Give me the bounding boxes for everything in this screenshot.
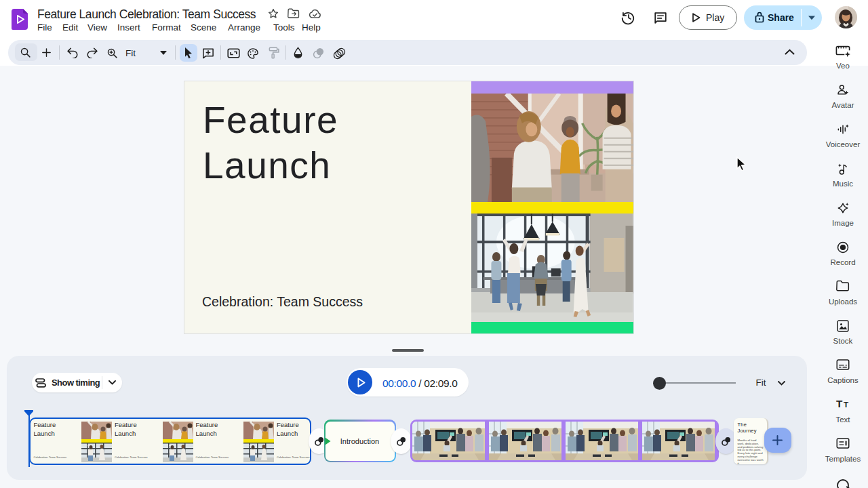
svg-text:T: T	[836, 398, 843, 409]
svg-text:T: T	[844, 400, 849, 409]
